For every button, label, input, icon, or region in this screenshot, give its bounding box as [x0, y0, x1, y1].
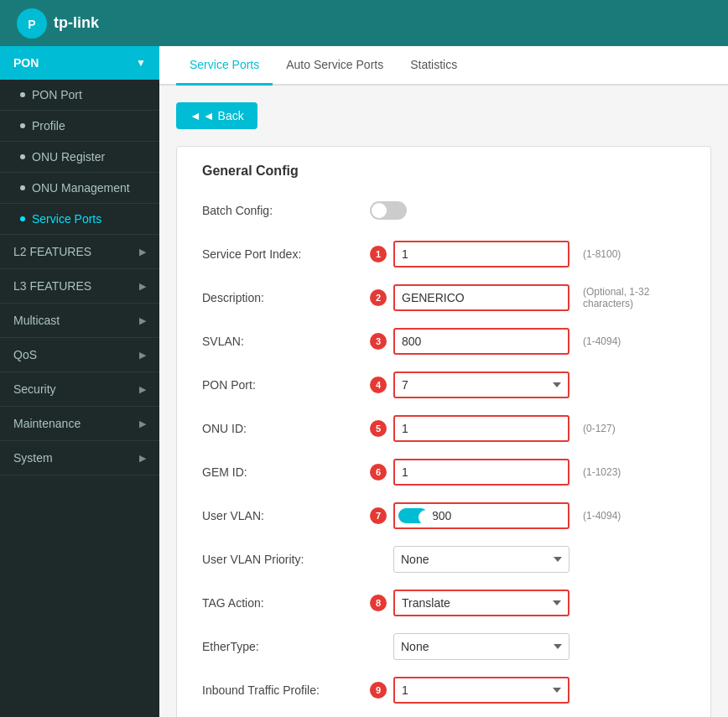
- maintenance-expand-icon: ▶: [139, 418, 146, 429]
- svlan-input[interactable]: [393, 328, 569, 355]
- sidebar-item-profile-label: Profile: [32, 119, 65, 132]
- sidebar-item-system[interactable]: System ▶: [0, 441, 159, 475]
- user-vlan-priority-wrap: None012 34567: [393, 546, 569, 573]
- service-port-index-numbered: 1: [393, 241, 569, 268]
- sidebar-item-onu-management-label: ONU Management: [32, 181, 130, 195]
- user-vlan-control: 7 (1-4094): [370, 502, 685, 529]
- svlan-label: SVLAN:: [202, 335, 370, 348]
- sidebar-item-onu-register-label: ONU Register: [32, 150, 105, 164]
- dot-icon: [20, 92, 25, 97]
- gem-id-label: GEM ID:: [202, 465, 370, 479]
- tag-action-numbered: 8 TranslateAddRemoveReplace: [393, 590, 569, 616]
- gem-id-hint: (1-1023): [583, 466, 621, 478]
- ethertype-select[interactable]: None0x81000x88a80x9100: [393, 633, 569, 660]
- general-config-title: General Config: [202, 164, 685, 179]
- dot-icon: [20, 123, 25, 128]
- sidebar-item-profile[interactable]: Profile: [0, 111, 159, 142]
- field-tag-action: TAG Action: 8 TranslateAddRemoveReplace: [202, 588, 685, 618]
- step-badge-4: 4: [370, 377, 387, 393]
- description-control: 2 (Optional, 1-32 characters): [370, 284, 685, 311]
- description-numbered: 2: [393, 284, 569, 311]
- back-button[interactable]: ◄ ◄ Back: [176, 102, 257, 129]
- page-content: ◄ ◄ Back General Config Batch Config:: [159, 86, 728, 717]
- ethertype-control: None0x81000x88a80x9100: [370, 633, 685, 660]
- step-badge-9: 9: [370, 682, 387, 699]
- field-ethertype: EtherType: None0x81000x88a80x9100: [202, 631, 685, 662]
- sidebar-item-service-ports[interactable]: Service Ports: [0, 204, 159, 235]
- description-hint: (Optional, 1-32 characters): [583, 286, 685, 309]
- sidebar-pon-label: PON: [13, 56, 39, 70]
- system-expand-icon: ▶: [139, 453, 146, 464]
- back-arrow-icon: ◄: [190, 109, 201, 122]
- description-label: Description:: [202, 291, 370, 304]
- inbound-traffic-profile-label: Inbound Traffic Profile:: [202, 683, 370, 697]
- field-user-vlan: User VLAN: 7 (1-40: [202, 501, 685, 531]
- step-badge-6: 6: [370, 464, 387, 481]
- user-vlan-input[interactable]: [432, 509, 524, 522]
- inbound-traffic-profile-numbered: 9 123: [393, 677, 569, 704]
- l3-features-label: L3 FEATURES: [13, 279, 91, 293]
- main-content: Service Ports Auto Service Ports Statist…: [159, 46, 728, 717]
- tag-action-label: TAG Action:: [202, 596, 370, 610]
- sidebar-item-security[interactable]: Security ▶: [0, 372, 159, 407]
- svlan-control: 3 (1-4094): [370, 328, 685, 355]
- onu-id-numbered: 5: [393, 415, 569, 442]
- user-vlan-priority-control: None012 34567: [370, 546, 685, 573]
- field-onu-id: ONU ID: 5 (0-127): [202, 413, 685, 444]
- onu-id-input[interactable]: [393, 415, 569, 442]
- inbound-traffic-profile-select[interactable]: 123: [393, 677, 569, 704]
- description-input[interactable]: [393, 284, 569, 311]
- tag-action-select[interactable]: TranslateAddRemoveReplace: [393, 590, 569, 616]
- sidebar-item-l3-features[interactable]: L3 FEATURES ▶: [0, 269, 159, 304]
- step-badge-5: 5: [370, 420, 387, 437]
- user-vlan-wrap: [393, 502, 569, 529]
- field-service-port-index: Service Port Index: 1 (1-8100): [202, 239, 685, 269]
- sidebar-item-l2-features[interactable]: L2 FEATURES ▶: [0, 235, 159, 269]
- multicast-label: Multicast: [13, 314, 60, 327]
- user-vlan-label: User VLAN:: [202, 509, 370, 522]
- field-inbound-traffic-profile: Inbound Traffic Profile: 9 123: [202, 675, 685, 705]
- service-port-index-hint: (1-8100): [583, 248, 621, 260]
- logo-text: tp-link: [54, 14, 99, 32]
- system-label: System: [13, 451, 53, 465]
- tag-action-control: 8 TranslateAddRemoveReplace: [370, 590, 685, 616]
- sidebar-pon-header[interactable]: PON ▼: [0, 46, 159, 80]
- sidebar-item-maintenance[interactable]: Maintenance ▶: [0, 407, 159, 441]
- sidebar: PON ▼ PON Port Profile ONU Register ONU …: [0, 46, 159, 717]
- user-vlan-priority-select[interactable]: None012 34567: [393, 546, 569, 573]
- sidebar-item-qos[interactable]: QoS ▶: [0, 338, 159, 372]
- l2-expand-icon: ▶: [139, 247, 146, 257]
- step-badge-1: 1: [370, 246, 387, 262]
- step-badge-2: 2: [370, 289, 387, 306]
- tab-statistics[interactable]: Statistics: [397, 46, 471, 86]
- tab-service-ports[interactable]: Service Ports: [176, 46, 273, 86]
- tp-link-logo-icon: P: [17, 8, 47, 39]
- dot-icon: [20, 185, 25, 190]
- toggle-slider: [370, 201, 407, 220]
- field-pon-port: PON Port: 4 1234 5678: [202, 370, 685, 400]
- qos-expand-icon: ▶: [139, 350, 146, 361]
- svlan-hint: (1-4094): [583, 335, 621, 347]
- sidebar-item-pon-port-label: PON Port: [32, 88, 82, 101]
- ethertype-wrap: None0x81000x88a80x9100: [393, 633, 569, 660]
- sidebar-item-pon-port[interactable]: PON Port: [0, 80, 159, 111]
- step-badge-7: 7: [370, 507, 387, 524]
- gem-id-input[interactable]: [393, 459, 569, 486]
- tab-auto-service-ports[interactable]: Auto Service Ports: [273, 46, 397, 86]
- step-badge-3: 3: [370, 333, 387, 350]
- general-config-panel: General Config Batch Config: Service Por…: [176, 146, 711, 717]
- back-label: ◄ Back: [203, 109, 244, 122]
- field-user-vlan-priority: User VLAN Priority: None012 34567: [202, 544, 685, 574]
- dot-icon: [20, 216, 25, 221]
- sidebar-item-onu-management[interactable]: ONU Management: [0, 173, 159, 204]
- batch-config-toggle[interactable]: [370, 201, 407, 220]
- user-vlan-toggle[interactable]: [398, 508, 429, 523]
- service-port-index-input[interactable]: [393, 241, 569, 268]
- sidebar-item-onu-register[interactable]: ONU Register: [0, 142, 159, 173]
- user-vlan-toggle-slider: [398, 508, 429, 523]
- field-batch-config: Batch Config:: [202, 195, 685, 226]
- multicast-expand-icon: ▶: [139, 315, 146, 326]
- sidebar-item-multicast[interactable]: Multicast ▶: [0, 304, 159, 338]
- sidebar-item-service-ports-label: Service Ports: [32, 212, 101, 226]
- pon-port-select[interactable]: 1234 5678: [393, 371, 569, 398]
